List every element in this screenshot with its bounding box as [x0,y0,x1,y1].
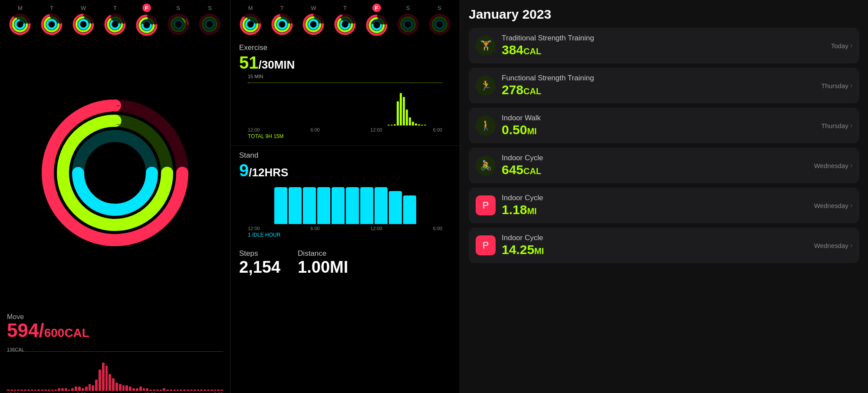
left-ring-f [135,14,158,36]
activity-card[interactable]: 🚴 Indoor Cycle 645CAL Wednesday › [469,148,859,183]
move-bar [14,390,16,391]
svg-point-34 [174,20,183,29]
distance-block: Distance 1.00MI [298,249,348,277]
left-day-t1[interactable]: T [40,5,63,36]
activity-day: Thursday [821,82,848,89]
activity-card[interactable]: P Indoor Cycle 14.25MI Wednesday › [469,228,859,263]
move-bar [183,390,186,391]
activity-meta: Thursday › [821,82,852,89]
mid-day-s1[interactable]: S [397,5,419,36]
stand-bar [317,187,330,224]
move-bar [163,388,165,391]
mid-day-w[interactable]: W [302,5,325,36]
mid-day-f[interactable]: F [365,3,388,36]
stand-section: Stand 9/12HRS 12:00 6:00 12:00 6:00 1 ID… [230,146,460,244]
exercise-sep: / [259,58,262,71]
move-unit: CAL [64,326,89,340]
left-day-s1[interactable]: S [167,5,190,36]
activity-card[interactable]: 🚶 Indoor Walk 0.50MI Thursday › [469,108,859,143]
move-bar [48,390,50,391]
activity-info: Traditional Strength Training 384CAL [502,34,825,57]
move-bar [51,390,54,391]
move-bar [214,390,217,391]
activity-name: Indoor Cycle [502,194,808,202]
mid-day-m[interactable]: M [239,5,262,36]
move-bar [65,388,67,391]
exercise-section: Exercise 51/30MIN 15 MIN 12:00 6:00 12:0… [230,38,460,146]
left-day-f[interactable]: F [135,3,158,36]
mid-day-t1[interactable]: T [271,5,293,36]
activity-day: Wednesday [814,202,848,209]
move-bar [95,380,98,391]
activity-info: Indoor Cycle 14.25MI [502,234,808,257]
steps-value: 2,154 [239,258,280,277]
move-bar [31,390,33,391]
steps-distance-area: Steps 2,154 Distance 1.00MI [230,244,460,282]
exercise-bar [391,125,393,125]
activity-card[interactable]: P Indoor Cycle 1.18MI Wednesday › [469,188,859,223]
move-bar [10,390,13,391]
move-bar [20,390,23,391]
activity-card[interactable]: 🏋️ Traditional Strength Training 384CAL … [469,28,859,63]
exercise-bar [397,101,399,125]
move-bar [173,390,176,391]
move-bar [61,388,64,391]
activity-info: Indoor Cycle 645CAL [502,154,808,177]
activity-value: 1.18MI [502,202,808,217]
activity-day: Wednesday [814,162,848,169]
move-bar [92,385,94,391]
move-bar [122,385,125,391]
exercise-x-labels: 12:00 6:00 12:00 6:00 [239,126,451,133]
exercise-bar [418,124,420,125]
exercise-title: Exercise [239,43,451,52]
activity-icon: 🚶 [476,116,496,135]
activity-meta: Today › [831,42,852,50]
activity-meta: Wednesday › [814,241,852,249]
move-bar [44,390,47,391]
right-panel: January 2023 🏋️ Traditional Strength Tra… [460,0,868,393]
activity-name: Traditional Strength Training [502,34,825,43]
left-panel: M T [0,0,230,393]
move-bar [41,390,43,391]
svg-point-37 [205,20,214,29]
left-ring-t1 [40,13,63,36]
move-bar [207,390,210,391]
stand-current: 9 [239,161,249,180]
left-day-label-s2: S [208,5,212,11]
activity-day: Today [831,42,848,50]
mid-day-s2[interactable]: S [428,5,451,36]
exercise-bar [394,124,396,125]
exercise-current: 51 [239,53,259,72]
left-ring-s2 [198,13,221,36]
mid-day-t2[interactable]: T [334,5,356,36]
activity-card[interactable]: 🏃 Functional Strength Training 278CAL Th… [469,68,859,103]
left-day-w[interactable]: W [72,5,95,36]
move-bar [160,390,162,391]
move-current: 594 [7,320,39,341]
move-bar [210,390,213,391]
left-day-label-t2: T [113,5,117,11]
svg-point-65 [309,20,318,29]
activity-meta: Wednesday › [814,162,852,169]
left-day-s2[interactable]: S [198,5,221,36]
left-day-t2[interactable]: T [104,5,126,36]
move-bar [200,390,203,391]
move-goal: 600 [44,326,65,340]
left-chart-ref: 136CAL [7,347,24,352]
idle-label: 1 IDLE HOUR [239,232,451,241]
activity-icon: 🏃 [476,76,496,96]
exercise-bar [421,125,423,125]
stand-bar [389,191,402,224]
exercise-bars [248,91,442,125]
left-day-m[interactable]: M [9,5,31,36]
left-bar-chart [7,360,223,391]
move-bar [119,384,122,391]
activity-value: 0.50MI [502,122,815,137]
activity-day: Thursday [821,122,848,129]
left-ring-t2 [104,13,126,36]
stand-bar [289,187,302,224]
move-bar [24,390,26,391]
big-activity-rings: → → ↑ [0,34,230,311]
activity-name: Functional Strength Training [502,74,815,83]
activity-meta: Thursday › [821,122,852,129]
